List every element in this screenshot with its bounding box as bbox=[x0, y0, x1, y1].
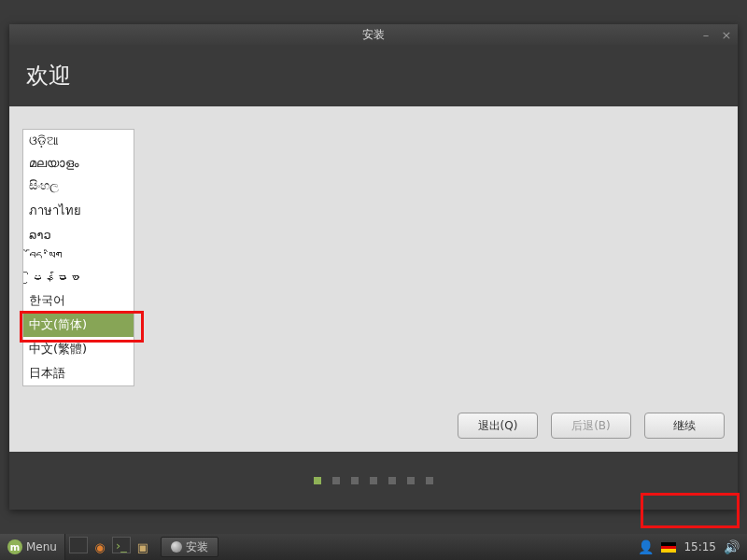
continue-button[interactable]: 继续 bbox=[644, 413, 725, 439]
language-option[interactable]: മലയാളം bbox=[23, 152, 134, 175]
step-dot bbox=[314, 477, 321, 484]
taskbar-item-label: 安装 bbox=[186, 539, 208, 555]
language-option[interactable]: ภาษาไทย bbox=[23, 197, 134, 224]
files-icon[interactable]: ▣ bbox=[133, 537, 153, 557]
window-title: 安装 bbox=[362, 27, 385, 43]
installer-window: 安装 – × 欢迎 ଓଡ଼ିଆമലയാളംසිංහලภาษาไทยລາວབོད་… bbox=[9, 24, 738, 510]
back-button: 后退(B) bbox=[551, 413, 631, 439]
installer-content: ଓଡ଼ିଆമലയാളംසිංහලภาษาไทยລາວབོད་ཡིགမြန်မာစ… bbox=[9, 106, 738, 452]
language-option[interactable]: 中文(简体) bbox=[23, 313, 134, 337]
language-option[interactable]: 日本語 bbox=[23, 361, 134, 385]
wizard-buttons: 退出(Q) 后退(B) 继续 bbox=[458, 413, 725, 439]
language-option[interactable]: မြန်မာစာ bbox=[23, 267, 134, 288]
mint-logo-icon: m bbox=[7, 539, 22, 554]
desktop: 安装 – × 欢迎 ଓଡ଼ିଆമലയാളംසිංහලภาษาไทยລາວབོད་… bbox=[0, 0, 747, 560]
start-menu-button[interactable]: m Menu bbox=[0, 534, 65, 560]
show-desktop-icon[interactable] bbox=[69, 537, 88, 553]
volume-icon[interactable]: 🔊 bbox=[724, 539, 740, 554]
window-controls: – × bbox=[698, 24, 734, 45]
taskbar-item-installer[interactable]: 安装 bbox=[161, 537, 218, 557]
step-indicator bbox=[9, 452, 738, 510]
step-dot bbox=[370, 477, 377, 484]
start-menu-label: Menu bbox=[26, 540, 57, 553]
language-option[interactable]: 中文(繁體) bbox=[23, 337, 134, 361]
clock[interactable]: 15:15 bbox=[684, 540, 716, 553]
step-dot bbox=[426, 477, 433, 484]
window-titlebar: 安装 – × bbox=[9, 24, 738, 45]
step-dot bbox=[332, 477, 340, 484]
disc-icon bbox=[171, 541, 182, 553]
language-option[interactable]: བོད་ཡིག bbox=[23, 245, 134, 267]
installer-header: 欢迎 bbox=[9, 45, 738, 106]
user-icon[interactable]: 👤 bbox=[638, 539, 654, 554]
quick-launchers: ◉ ›_ ▣ bbox=[65, 537, 157, 557]
system-tray: 👤 15:15 🔊 bbox=[630, 539, 747, 554]
step-dot bbox=[351, 477, 359, 484]
minimize-button[interactable]: – bbox=[698, 28, 713, 42]
terminal-icon[interactable]: ›_ bbox=[112, 537, 131, 553]
step-dot bbox=[407, 477, 415, 484]
quit-button[interactable]: 退出(Q) bbox=[458, 413, 538, 439]
language-option[interactable]: ଓଡ଼ିଆ bbox=[23, 130, 134, 152]
language-option[interactable]: ລາວ bbox=[23, 224, 134, 245]
step-dot bbox=[388, 477, 396, 484]
language-option[interactable]: 한국어 bbox=[23, 288, 134, 313]
firefox-icon[interactable]: ◉ bbox=[90, 537, 110, 557]
language-list[interactable]: ଓଡ଼ିଆമലയാളംසිංහලภาษาไทยລາວབོད་ཡིགမြန်မာစ… bbox=[22, 129, 134, 386]
close-button[interactable]: × bbox=[719, 28, 734, 42]
language-option[interactable]: සිංහල bbox=[23, 175, 134, 197]
taskbar: m Menu ◉ ›_ ▣ 安装 👤 15:15 🔊 bbox=[0, 534, 747, 560]
page-title: 欢迎 bbox=[26, 61, 71, 91]
keyboard-layout-icon[interactable] bbox=[661, 542, 676, 553]
